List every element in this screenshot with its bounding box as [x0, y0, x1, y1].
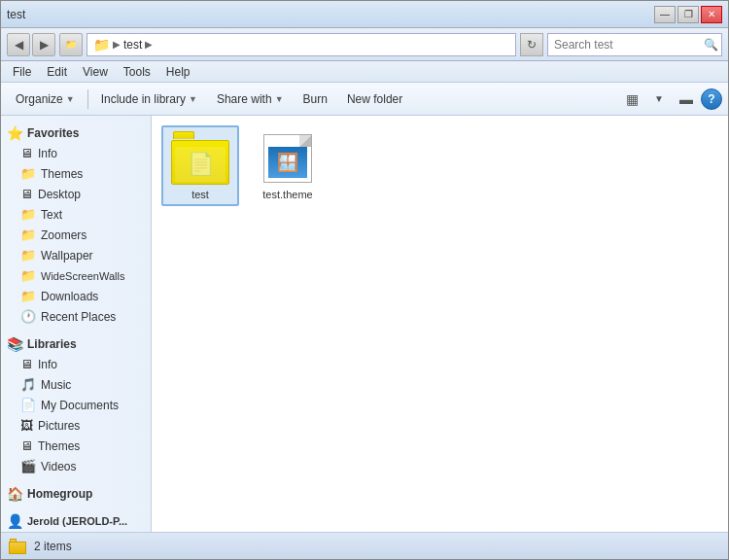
sidebar-computer-header[interactable]: 👤 Jerold (JEROLD-P...	[1, 511, 151, 531]
sidebar-item-recent-places[interactable]: 🕐 Recent Places	[1, 306, 151, 327]
lib-themes-icon: 🖥	[20, 438, 33, 453]
sidebar-section-computer: 👤 Jerold (JEROLD-P...	[1, 511, 151, 531]
content-area[interactable]: 📄 test 🪟	[152, 116, 728, 532]
search-icon: 🔍	[704, 38, 718, 52]
path-label: test	[123, 38, 142, 52]
status-folder-icon	[9, 539, 26, 554]
forward-button[interactable]: ▶	[32, 33, 55, 56]
sidebar-item-text[interactable]: 📁 Text	[1, 204, 151, 225]
text-icon: 📁	[20, 207, 36, 222]
close-button[interactable]: ✕	[701, 6, 722, 23]
sidebar-section-favorites: ⭐ Favorites 🖥 Info 📁 Themes 🖥 Desktop 📁	[1, 123, 151, 327]
theme-file-icon: 🪟	[263, 134, 312, 183]
theme-file-fold	[299, 135, 311, 147]
view-icon-grid[interactable]: ▦	[619, 87, 644, 112]
sidebar-item-wallpaper[interactable]: 📁 Wallpaper	[1, 245, 151, 265]
sidebar-item-widescreenwalls[interactable]: 📁 WideScreenWalls	[1, 265, 151, 286]
pictures-icon: 🖼	[20, 418, 33, 433]
content-items: 📄 test 🪟	[161, 125, 718, 206]
view-icon-detail[interactable]: ▬	[674, 87, 699, 112]
folder-tab	[173, 131, 194, 139]
toolbar-right: ▦ ▼ ▬ ?	[619, 87, 722, 112]
folder-inner: 📄	[175, 147, 226, 182]
sidebar-item-themes[interactable]: 📁 Themes	[1, 163, 151, 184]
help-button[interactable]: ?	[701, 88, 722, 110]
file-item-test-theme[interactable]: 🪟 test.theme	[249, 125, 327, 206]
burn-button[interactable]: Burn	[295, 87, 336, 112]
sidebar-item-info[interactable]: 🖥 Info	[1, 143, 151, 163]
share-with-button[interactable]: Share with ▼	[208, 87, 293, 112]
maximize-button[interactable]: ❐	[677, 6, 699, 23]
sidebar-section-libraries: 📚 Libraries 🖥 Info 🎵 Music 📄 My Document…	[1, 334, 151, 476]
info-icon: 🖥	[20, 146, 33, 160]
window-title: test	[7, 8, 654, 21]
search-box[interactable]: 🔍	[547, 33, 722, 56]
sidebar-item-lib-info[interactable]: 🖥 Info	[1, 354, 151, 374]
view-dropdown-button[interactable]: ▼	[646, 87, 672, 112]
sidebar-section-homegroup: 🏠 Homegroup	[1, 484, 151, 504]
videos-icon: 🎬	[20, 459, 36, 473]
sidebar-item-zoomers[interactable]: 📁 Zoomers	[1, 225, 151, 245]
folder-thumbnail: 📄	[171, 131, 229, 185]
sidebar-item-mydocuments[interactable]: 📄 My Documents	[1, 395, 151, 415]
menu-bar: File Edit View Tools Help	[1, 61, 728, 83]
mydocs-icon: 📄	[20, 398, 36, 412]
status-item-count: 2 items	[34, 540, 72, 553]
address-input[interactable]: 📁 ▶ test ▶	[87, 33, 516, 56]
downloads-icon: 📁	[20, 289, 36, 303]
share-arrow: ▼	[275, 94, 284, 104]
theme-icon-container: 🪟	[259, 131, 317, 185]
menu-help[interactable]: Help	[158, 63, 198, 81]
new-folder-button[interactable]: New folder	[338, 87, 411, 112]
sidebar-item-lib-themes[interactable]: 🖥 Themes	[1, 436, 151, 456]
menu-tools[interactable]: Tools	[116, 63, 158, 81]
menu-view[interactable]: View	[75, 63, 116, 81]
recent-places-icon: 🕐	[20, 309, 36, 324]
widescreen-icon: 📁	[20, 268, 36, 283]
theme-file-content: 🪟	[268, 147, 307, 178]
menu-file[interactable]: File	[5, 63, 39, 81]
sidebar-item-music[interactable]: 🎵 Music	[1, 374, 151, 395]
toolbar: Organize ▼ Include in library ▼ Share wi…	[1, 83, 728, 116]
music-icon: 🎵	[20, 377, 36, 392]
address-bar: ◀ ▶ 📁 📁 ▶ test ▶ ↻ 🔍	[1, 28, 728, 61]
address-crumb: 📁 ▶ test ▶	[93, 37, 153, 52]
homegroup-icon: 🏠	[7, 486, 23, 502]
status-bar: 2 items	[1, 532, 728, 559]
sidebar-item-pictures[interactable]: 🖼 Pictures	[1, 415, 151, 436]
search-input[interactable]	[554, 38, 700, 52]
organize-arrow: ▼	[66, 94, 75, 104]
window-controls: — ❐ ✕	[654, 6, 722, 23]
themes-icon: 📁	[20, 166, 36, 181]
sidebar-homegroup-header[interactable]: 🏠 Homegroup	[1, 484, 151, 504]
sidebar-favorites-header[interactable]: ⭐ Favorites	[1, 123, 151, 143]
file-name-test: test	[191, 189, 209, 200]
folder-body: 📄	[171, 140, 229, 185]
sidebar-item-downloads[interactable]: 📁 Downloads	[1, 286, 151, 306]
include-arrow: ▼	[189, 94, 197, 104]
status-folder-body	[9, 542, 26, 554]
organize-button[interactable]: Organize ▼	[7, 87, 84, 112]
main-window: test — ❐ ✕ ◀ ▶ 📁 📁 ▶ test ▶ ↻ 🔍 File	[0, 0, 729, 560]
wallpaper-icon: 📁	[20, 248, 36, 262]
up-button[interactable]: 📁	[59, 33, 83, 56]
computer-icon: 👤	[7, 513, 23, 529]
favorites-icon: ⭐	[7, 125, 23, 141]
sidebar-libraries-header[interactable]: 📚 Libraries	[1, 334, 151, 354]
sidebar-item-desktop[interactable]: 🖥 Desktop	[1, 184, 151, 204]
minimize-button[interactable]: —	[654, 6, 676, 23]
refresh-button[interactable]: ↻	[520, 33, 543, 56]
sidebar-item-videos[interactable]: 🎬 Videos	[1, 456, 151, 476]
sidebar: ⭐ Favorites 🖥 Info 📁 Themes 🖥 Desktop 📁	[1, 116, 152, 532]
title-bar: test — ❐ ✕	[1, 1, 728, 28]
zoomers-icon: 📁	[20, 228, 36, 242]
libraries-icon: 📚	[7, 336, 23, 352]
desktop-icon: 🖥	[20, 187, 33, 201]
back-button[interactable]: ◀	[7, 33, 30, 56]
menu-edit[interactable]: Edit	[39, 63, 75, 81]
file-item-test-folder[interactable]: 📄 test	[161, 125, 239, 206]
nav-buttons: ◀ ▶	[7, 33, 55, 56]
include-library-button[interactable]: Include in library ▼	[92, 87, 206, 112]
main-area: ⭐ Favorites 🖥 Info 📁 Themes 🖥 Desktop 📁	[1, 116, 728, 532]
windows-logo-icon: 🪟	[277, 152, 298, 173]
